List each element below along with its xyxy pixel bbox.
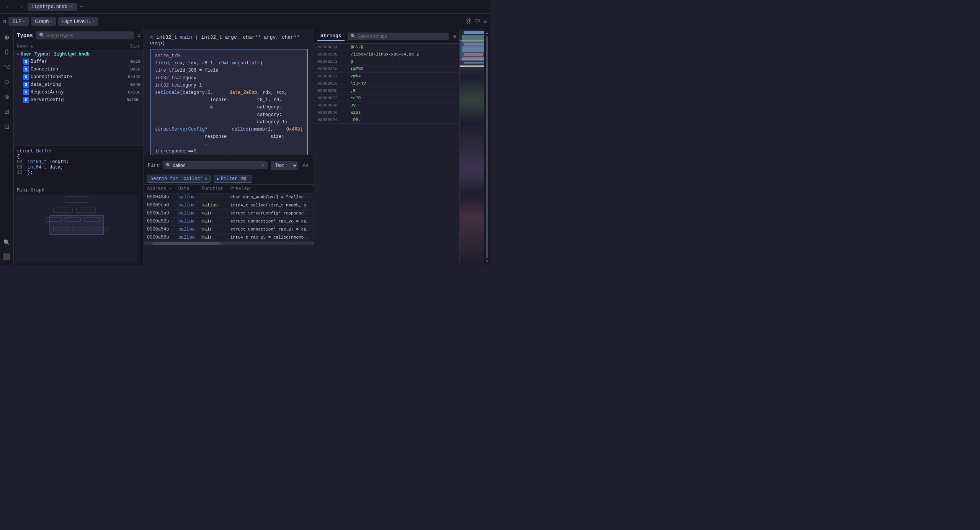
svg-rect-2 [77, 208, 96, 213]
list-item[interactable]: 00000034 @8\t@ [314, 44, 459, 51]
scroll-up-button[interactable]: ▲ [485, 31, 489, 35]
function-prefix-icon: ≋ [150, 34, 153, 40]
list-item[interactable]: S data_string 0x48 [14, 81, 144, 88]
main-layout: ⊕ {} ⌥ ⊙ ⊗ ⊞ ⊡ 🔍 ⬛ Types 🔍 ≡ Name ▲ Size [0, 29, 490, 265]
find-search-icon: 🔍 [166, 163, 171, 168]
search-tag[interactable]: Search for 'calloc' ✕ [147, 175, 211, 183]
list-item[interactable]: 00000807 Zmh4 [314, 73, 459, 80]
find-input[interactable] [173, 162, 259, 168]
table-row[interactable]: 0000484b calloc char data_484b[0x7] = "c… [144, 193, 314, 201]
strings-search-box[interactable]: 🔍 [348, 33, 449, 40]
search-tag-close[interactable]: ✕ [204, 176, 207, 182]
hlil-dropdown[interactable]: High Level IL ▾ [58, 17, 98, 26]
rail-icon-search-bottom[interactable]: 🔍 [2, 238, 11, 247]
forward-button[interactable]: → [15, 3, 26, 11]
result-fn: calloc [198, 201, 227, 209]
code-line: field, rcx, rdx, r8_1, r9 = time(nullptr… [155, 60, 303, 67]
code-line: struct ServerConfig* response = calloc(n… [155, 126, 303, 148]
list-item[interactable]: 00000994 -D8, [314, 116, 459, 124]
list-item[interactable]: 00000238 /lib64/ld-linux-x86-64.so.2 [314, 51, 459, 58]
result-data: calloc [175, 234, 199, 242]
back-button[interactable]: ← [3, 3, 14, 11]
code-area[interactable]: ≋ int32_t main ( int32_t argc, char** ar… [144, 29, 314, 155]
minimap-panel: ▲ ▼ [459, 29, 490, 265]
code-line: setlocale(category: 2, locale: &data_2e0… [155, 89, 303, 126]
table-row[interactable]: 00009ea0 calloc calloc int64_t calloc(si… [144, 201, 314, 209]
toolbar-right-group: ⛓ 中 ≡ [465, 17, 487, 25]
types-list: ▼ User Types: lighttpd.bndb S Buffer 0x1… [14, 51, 144, 145]
svg-line-10 [77, 203, 86, 208]
strings-menu-button[interactable]: ≡ [453, 33, 456, 39]
list-item[interactable]: S Connection 0x18 [14, 65, 144, 73]
code-line: int32_t category [155, 75, 303, 82]
list-item[interactable]: 00000816 \tJF)V [314, 80, 459, 87]
col-function-header[interactable]: Function [198, 185, 227, 193]
list-item[interactable]: 0000083b ,E-` [314, 87, 459, 95]
list-item[interactable]: S ServerConfig 0x468… [14, 96, 144, 104]
rail-icon-extra[interactable]: ⊡ [3, 121, 11, 132]
types-group[interactable]: ▼ User Types: lighttpd.bndb [14, 51, 144, 58]
table-row[interactable]: 0000a54b calloc main struct Connection* … [144, 226, 314, 234]
elf-dropdown[interactable]: ELF ▾ [8, 17, 29, 26]
menu-icon[interactable]: ≡ [483, 18, 487, 25]
new-tab-button[interactable]: + [78, 3, 86, 11]
graph-dropdown[interactable]: Graph ▾ [31, 17, 56, 26]
rail-icon-types[interactable]: ⊕ [3, 32, 11, 43]
list-item[interactable]: 000002c3 @ [314, 58, 459, 65]
filter-count: 50 [239, 176, 248, 182]
col-data-header[interactable]: Data [175, 185, 199, 193]
list-item[interactable]: S ConnectionState 0x428 [14, 73, 144, 81]
rail-icon-nav[interactable]: ⌥ [2, 62, 12, 72]
scrollbar-thumb[interactable] [486, 36, 488, 258]
strings-tab[interactable]: Strings [317, 31, 345, 41]
rail-icon-search[interactable]: ⊙ [3, 77, 11, 87]
list-item[interactable]: 00000976 w2$s [314, 109, 459, 116]
col-preview-header[interactable]: Preview [227, 185, 314, 193]
type-size-requestarray: 0x388 [128, 90, 140, 95]
types-search-box[interactable]: 🔍 [36, 31, 134, 39]
link-icon[interactable]: ⛓ [465, 18, 471, 25]
find-type-select[interactable]: Text Hex Regex [271, 161, 298, 170]
rail-icon-struct[interactable]: {} [3, 47, 10, 57]
result-addr: 00009ea0 [144, 201, 175, 209]
string-addr: 00000872 [317, 96, 346, 100]
string-addr: 000002c3 [317, 59, 346, 64]
language-icon[interactable]: 中 [474, 17, 480, 25]
col-address-header[interactable]: Address ▾ [144, 185, 175, 193]
svg-line-9 [63, 203, 77, 208]
result-addr: 0000484b [144, 193, 175, 201]
tab-close-button[interactable]: ✕ [70, 4, 73, 9]
filter-label: Filter [221, 176, 237, 182]
rail-icon-debug[interactable]: ⊗ [3, 92, 11, 102]
list-item[interactable]: 0000032a (@Z%0 [314, 65, 459, 73]
result-fn: main [198, 209, 227, 218]
scroll-down-button[interactable]: ▼ [485, 259, 489, 263]
rail-icon-patches[interactable]: ⊞ [3, 106, 11, 117]
table-row[interactable]: 0000a3a9 calloc main struct ServerConfig… [144, 209, 314, 218]
find-input-wrapper[interactable]: 🔍 ✕ [163, 161, 268, 169]
icon-rail: ⊕ {} ⌥ ⊙ ⊗ ⊞ ⊡ 🔍 ⬛ [0, 29, 14, 265]
list-item[interactable]: S RequestArray 0x388 [14, 88, 144, 96]
types-menu-button[interactable]: ≡ [137, 33, 140, 39]
types-search-input[interactable] [46, 33, 131, 38]
case-sensitive-button[interactable]: Aa [301, 162, 310, 169]
code-line: int32_t category_1 [155, 82, 303, 89]
group-label: User Types: lighttpd.bndb [21, 52, 90, 57]
list-item[interactable]: S Buffer 0x10 [14, 58, 144, 65]
list-item[interactable]: 00000872 ~d?R [314, 95, 459, 102]
elf-label: ELF [12, 18, 21, 24]
table-row[interactable]: 0000a56b calloc main int64 t rax 25 = ca… [144, 234, 314, 242]
tab-lighttpd[interactable]: lighttpd.bndb ✕ [28, 3, 77, 11]
list-item[interactable]: 0000096d Jy.F [314, 102, 459, 109]
svg-rect-1 [54, 208, 73, 213]
type-name-requestarray: RequestArray [31, 90, 64, 95]
table-row[interactable]: 0000a52b calloc main struct Connection* … [144, 218, 314, 226]
results-horizontal-scrollbar[interactable] [144, 242, 314, 245]
strings-search-input[interactable] [358, 34, 446, 39]
rail-icon-terminal[interactable]: ⬛ [2, 252, 12, 262]
code-block-1: ssize_t r9 field, rcx, rdx, r8_1, r9 = t… [150, 49, 308, 155]
string-value: ,E-` [351, 88, 361, 93]
find-clear-button[interactable]: ✕ [261, 163, 265, 168]
filter-tag[interactable]: ▶ Filter 50 [214, 175, 252, 183]
type-size-buffer: 0x10 [131, 59, 140, 64]
